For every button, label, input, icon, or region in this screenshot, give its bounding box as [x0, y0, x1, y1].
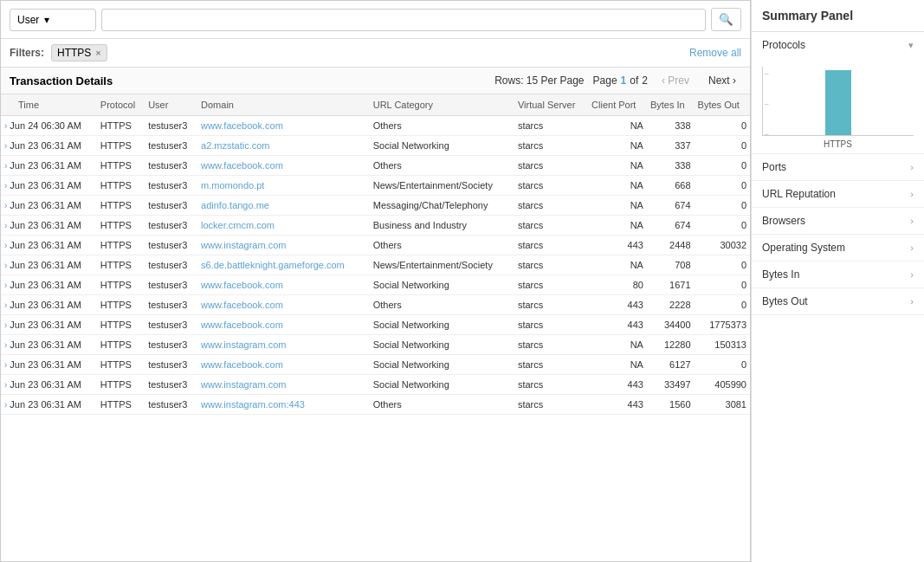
- table-cell: NA: [588, 176, 647, 196]
- table-cell: HTTPS: [97, 255, 145, 275]
- os-label: Operating System: [762, 242, 845, 254]
- y-label-mid: _: [765, 97, 768, 105]
- table-cell: starcs: [514, 275, 588, 295]
- url-reputation-header[interactable]: URL Reputation: [752, 181, 924, 207]
- remove-all-button[interactable]: Remove all: [689, 47, 741, 59]
- domain-link[interactable]: www.facebook.com: [201, 320, 283, 330]
- table-cell: testuser3: [145, 236, 197, 255]
- prev-button[interactable]: ‹ Prev: [656, 73, 695, 88]
- table-row: ›Jun 23 06:31 AMHTTPStestuser3m.momondo.…: [1, 176, 750, 196]
- ports-label: Ports: [762, 161, 786, 173]
- search-button[interactable]: 🔍: [711, 8, 741, 31]
- os-header[interactable]: Operating System: [752, 235, 924, 261]
- expand-icon[interactable]: ›: [4, 201, 7, 210]
- browsers-header[interactable]: Browsers: [752, 208, 924, 234]
- table-cell: HTTPS: [97, 295, 145, 315]
- protocols-header[interactable]: Protocols: [752, 32, 924, 58]
- domain-link[interactable]: www.facebook.com: [201, 300, 283, 310]
- table-cell: NA: [588, 255, 647, 275]
- table-cell: HTTPS: [97, 315, 145, 335]
- summary-section-bytes-in: Bytes In: [752, 262, 924, 288]
- expand-icon[interactable]: ›: [4, 181, 7, 191]
- y-label-bot: _: [765, 127, 768, 135]
- domain-link[interactable]: s6.de.battleknight.gameforge.com: [201, 260, 345, 270]
- table-cell: testuser3: [145, 295, 197, 315]
- table-row: ›Jun 23 06:31 AMHTTPStestuser3www.instag…: [1, 395, 750, 415]
- protocols-chart-area: _ _ _ HTTPS: [752, 58, 924, 153]
- expand-icon[interactable]: ›: [4, 400, 7, 410]
- table-cell: ›Jun 23 06:31 AM: [1, 216, 97, 236]
- domain-link[interactable]: adinfo.tango.me: [201, 200, 269, 210]
- remove-filter-button[interactable]: ×: [95, 48, 100, 58]
- bytes-in-header[interactable]: Bytes In: [752, 262, 924, 287]
- search-input[interactable]: [101, 9, 706, 31]
- domain-link[interactable]: www.instagram.com: [201, 379, 286, 390]
- pagination-bar: Transaction Details Rows: 15 Per Page Pa…: [1, 68, 750, 94]
- table-cell: www.facebook.com: [197, 355, 370, 375]
- table-cell: www.facebook.com: [197, 275, 370, 295]
- table-cell: HTTPS: [97, 275, 145, 295]
- table-cell: s6.de.battleknight.gameforge.com: [197, 255, 370, 275]
- domain-link[interactable]: www.facebook.com: [201, 120, 283, 131]
- table-row: ›Jun 23 06:31 AMHTTPStestuser3adinfo.tan…: [1, 196, 750, 216]
- table-cell: testuser3: [145, 116, 197, 136]
- expand-icon[interactable]: ›: [4, 121, 7, 131]
- bytes-out-label: Bytes Out: [762, 295, 808, 307]
- table-cell: 337: [647, 136, 695, 156]
- table-cell: ›Jun 23 06:31 AM: [1, 335, 97, 355]
- table-row: ›Jun 23 06:31 AMHTTPStestuser3www.facebo…: [1, 295, 750, 315]
- bytes-in-label: Bytes In: [762, 268, 799, 281]
- table-cell: ›Jun 23 06:31 AM: [1, 375, 97, 395]
- table-cell: testuser3: [145, 216, 197, 236]
- next-button[interactable]: Next ›: [703, 73, 741, 88]
- table-cell: HTTPS: [97, 375, 145, 395]
- domain-link[interactable]: www.instagram.com:443: [201, 399, 305, 410]
- table-cell: testuser3: [145, 196, 197, 216]
- domain-link[interactable]: a2.mzstatic.com: [201, 140, 269, 151]
- expand-icon[interactable]: ›: [4, 241, 7, 250]
- table-cell: ›Jun 23 06:31 AM: [1, 136, 97, 156]
- user-dropdown[interactable]: User ▾: [10, 9, 96, 31]
- domain-link[interactable]: locker.cmcm.com: [201, 220, 275, 230]
- expand-icon[interactable]: ›: [4, 221, 7, 230]
- table-cell: 0: [695, 275, 750, 295]
- table-row: ›Jun 23 06:31 AMHTTPStestuser3www.facebo…: [1, 275, 750, 295]
- table-cell: HTTPS: [97, 355, 145, 375]
- table-cell: NA: [588, 216, 647, 236]
- table-cell: Social Networking: [370, 375, 514, 395]
- domain-link[interactable]: www.facebook.com: [201, 160, 283, 171]
- col-header-user: User: [145, 94, 197, 116]
- bytes-out-header[interactable]: Bytes Out: [752, 288, 924, 314]
- expand-icon[interactable]: ›: [4, 340, 7, 350]
- expand-icon[interactable]: ›: [4, 261, 7, 270]
- table-row: ›Jun 24 06:30 AMHTTPStestuser3www.facebo…: [1, 116, 750, 136]
- expand-icon[interactable]: ›: [4, 380, 7, 390]
- domain-link[interactable]: www.facebook.com: [201, 359, 283, 370]
- ports-header[interactable]: Ports: [752, 154, 924, 180]
- table-cell: 0: [695, 255, 750, 275]
- transaction-table: Time Protocol User Domain URL Category V…: [1, 94, 750, 415]
- expand-icon[interactable]: ›: [4, 320, 7, 330]
- expand-icon[interactable]: ›: [4, 281, 7, 290]
- summary-panel: Summary Panel Protocols _ _ _ HTTPS Port…: [751, 0, 924, 562]
- col-header-bytes-in: Bytes In: [647, 94, 695, 116]
- domain-link[interactable]: m.momondo.pt: [201, 180, 264, 191]
- table-cell: Social Networking: [370, 275, 514, 295]
- table-cell: ›Jun 24 06:30 AM: [1, 116, 97, 136]
- table-cell: 0: [695, 196, 750, 216]
- table-cell: 3081: [695, 395, 750, 415]
- domain-link[interactable]: www.instagram.com: [201, 339, 286, 350]
- expand-icon[interactable]: ›: [4, 360, 7, 370]
- expand-icon[interactable]: ›: [4, 161, 7, 171]
- table-cell: HTTPS: [97, 236, 145, 255]
- domain-link[interactable]: www.instagram.com: [201, 240, 286, 250]
- bar-chart: _ _ _: [762, 67, 914, 136]
- table-cell: 30032: [695, 236, 750, 255]
- expand-icon[interactable]: ›: [4, 300, 7, 310]
- https-bar: [825, 70, 851, 135]
- table-cell: 2228: [647, 295, 695, 315]
- table-cell: ›Jun 23 06:31 AM: [1, 275, 97, 295]
- expand-icon[interactable]: ›: [4, 141, 7, 151]
- current-page: 1: [621, 74, 627, 87]
- domain-link[interactable]: www.facebook.com: [201, 280, 283, 290]
